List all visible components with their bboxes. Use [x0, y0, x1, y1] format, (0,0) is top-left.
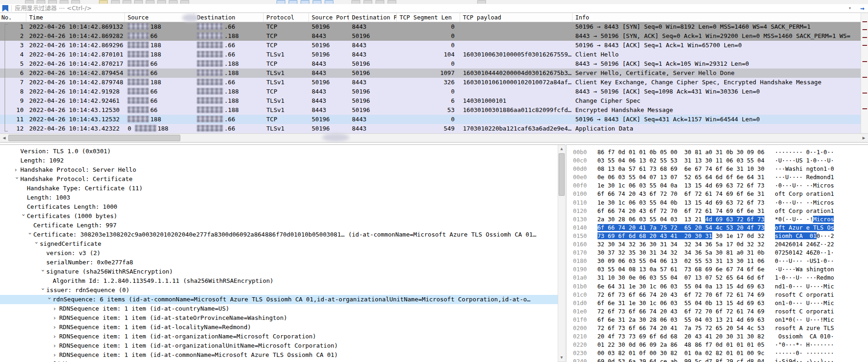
filter-bookmark-icon[interactable]: [2, 5, 8, 12]
tree-row[interactable]: ›RDNSequence item: 1 item (id-at-organiz…: [0, 332, 558, 341]
column-header-source-port[interactable]: Source Port: [309, 13, 349, 22]
toolbar-icon[interactable]: [313, 0, 321, 4]
tree-row[interactable]: ›Certificates (1000 bytes): [0, 212, 558, 221]
collapse-icon[interactable]: ›: [32, 241, 41, 246]
tree-row[interactable]: ›signedCertificate: [0, 239, 558, 249]
toolbar-icon[interactable]: [99, 0, 108, 4]
horizontal-scroll-thumb[interactable]: [8, 135, 180, 141]
packet-row[interactable]: 102022-04-26 10:14:43.1253066.188TLSv184…: [0, 106, 868, 115]
tree-row[interactable]: ›Certificate: 308203e1308202c9a003020102…: [0, 230, 558, 239]
column-header-destination-port[interactable]: Destination Port: [349, 13, 397, 22]
toolbar-icon[interactable]: [111, 0, 120, 4]
toolbar-icon[interactable]: [376, 0, 384, 4]
column-header-time[interactable]: Time: [26, 13, 125, 22]
toolbar-icon[interactable]: [180, 0, 189, 4]
toolbar-icon[interactable]: [157, 0, 166, 4]
tree-row[interactable]: ›RDNSequence item: 1 item (id-at-commonN…: [0, 350, 558, 360]
column-header-no[interactable]: No.: [0, 13, 26, 22]
hex-row[interactable]: 01f0 6f 6e 31 2a 30 28 06 03 55 04 03 13…: [566, 316, 868, 324]
toolbar-icon[interactable]: [277, 0, 285, 4]
hex-row[interactable]: 00d0 08 13 0a 57 61 73 68 69 6e 67 74 6f…: [566, 165, 868, 173]
packet-row[interactable]: 72022-04-26 10:14:42.879748188.66TLSv150…: [0, 78, 868, 87]
tree-row[interactable]: ›validity: [0, 360, 558, 362]
expand-icon[interactable]: ›: [53, 332, 58, 341]
detail-scroll-thumb[interactable]: [559, 153, 565, 196]
hex-row[interactable]: 0180 30 09 06 03 55 04 06 13 02 55 53 31…: [566, 257, 868, 265]
tree-row[interactable]: ›issuer: rdnSequence (0): [0, 286, 558, 295]
expand-icon[interactable]: ›: [53, 341, 58, 350]
toolbar-icon[interactable]: [289, 0, 297, 4]
hex-row[interactable]: 0130 2a 30 28 06 03 55 04 03 13 21 4d 69…: [566, 215, 868, 224]
hex-row[interactable]: 0190 03 55 04 08 13 0a 57 61 73 68 69 6e…: [566, 265, 868, 274]
toolbar-icon[interactable]: [48, 0, 57, 4]
collapse-icon[interactable]: ›: [25, 231, 35, 237]
toolbar-icon[interactable]: [169, 0, 178, 4]
hex-row[interactable]: 0150 73 69 6f 6d 68 20 43 41 20 30 31 30…: [566, 232, 868, 240]
hex-row[interactable]: 0230 00 03 82 01 0f 00 30 82 01 0a 02 82…: [566, 349, 868, 357]
display-filter-input[interactable]: 应用显示过滤器 ⋯ <Ctrl-/>: [15, 4, 819, 12]
column-header-info[interactable]: Info: [573, 13, 868, 22]
packet-row[interactable]: 32022-04-26 10:14:42.869296188.66TCP5019…: [0, 41, 868, 50]
hex-row[interactable]: 0160 32 30 34 32 36 30 31 34 32 34 36 5a…: [566, 240, 868, 249]
expand-icon[interactable]: ›: [53, 323, 58, 332]
packet-row[interactable]: 92022-04-26 10:14:42.9246166.188TLSv1844…: [0, 96, 868, 106]
column-header-tcp-segment-len[interactable]: TCP Segment Len: [397, 13, 460, 22]
tree-row[interactable]: Certificates Length: 1000: [0, 202, 558, 212]
collapse-icon[interactable]: ›: [38, 287, 48, 293]
filter-dropdown-caret-icon[interactable]: ▾: [848, 5, 851, 12]
packet-row[interactable]: 122022-04-26 10:14:43.423220 188.66TLSv1…: [0, 124, 868, 133]
packet-row[interactable]: 52022-04-26 10:14:42.87021766.188TCP8443…: [0, 59, 868, 69]
hex-row[interactable]: 00e0 0e 06 03 55 04 07 13 07 52 65 64 6d…: [566, 173, 868, 181]
toolbar-icon[interactable]: [25, 0, 34, 4]
hex-row[interactable]: 0210 20 4f 73 73 69 6f 6d 68 20 43 41 20…: [566, 332, 868, 341]
tree-row[interactable]: serialNumber: 0x0e277fa8: [0, 258, 558, 267]
column-header-tcp-payload[interactable]: TCP payload: [460, 13, 573, 22]
expand-icon[interactable]: ›: [53, 313, 58, 323]
expand-icon[interactable]: ›: [14, 165, 19, 175]
hex-row[interactable]: 0240 69 0d 53 6a 39 64 ce ab 99 5c d7 8f…: [566, 357, 868, 362]
packet-row[interactable]: 22022-04-26 10:14:42.86928266.188TCP8443…: [0, 31, 868, 41]
tree-row[interactable]: ›RDNSequence item: 1 item (id-at-localit…: [0, 323, 558, 332]
collapse-icon[interactable]: ›: [45, 296, 54, 302]
tree-row[interactable]: ›RDNSequence item: 1 item (id-at-organiz…: [0, 341, 558, 350]
toolbar-icon[interactable]: [477, 0, 486, 4]
hex-row[interactable]: 0200 72 6f 73 6f 66 74 20 41 7a 75 72 65…: [566, 324, 868, 332]
tree-row[interactable]: ›Handshake Protocol: Certificate: [0, 175, 558, 184]
tree-row[interactable]: Certificate Length: 997: [0, 221, 558, 230]
collapse-icon[interactable]: ›: [19, 213, 28, 218]
tree-row[interactable]: Length: 1092: [0, 156, 558, 165]
toolbar-icon[interactable]: [37, 0, 45, 4]
hex-row[interactable]: 0110 1e 30 1c 06 03 55 04 0b 13 15 4d 69…: [566, 199, 868, 207]
tree-row[interactable]: ›signature (sha256WithRSAEncryption): [0, 267, 558, 276]
column-header-destination[interactable]: Destination: [194, 13, 264, 22]
packet-list-vertical-scrollbar[interactable]: [861, 13, 868, 133]
packet-row[interactable]: 112022-04-26 10:14:43.12532188.66TCP5019…: [0, 115, 868, 124]
packet-row[interactable]: 42022-04-26 10:14:42.870101188.66TLSv150…: [0, 50, 868, 59]
tree-row[interactable]: ›Handshake Protocol: Server Hello: [0, 165, 558, 175]
hex-row[interactable]: 01b0 6e 64 31 1e 30 1c 06 03 55 04 0a 13…: [566, 282, 868, 291]
toolbar-icon[interactable]: [388, 0, 396, 4]
packet-row[interactable]: 82022-04-26 10:14:42.9192866.188TCP84435…: [0, 87, 868, 96]
hex-row[interactable]: 0220 01 22 30 0d 06 09 2a 86 48 86 f7 0d…: [566, 341, 868, 349]
scroll-up-arrow-icon[interactable]: ▲: [558, 145, 565, 152]
tree-row[interactable]: version: v3 (2): [0, 249, 558, 258]
tree-row[interactable]: Version: TLS 1.0 (0x0301): [0, 147, 558, 156]
tree-row[interactable]: Algorithm Id: 1.2.840.113549.1.1.11 (sha…: [0, 276, 558, 286]
hex-row[interactable]: 01a0 31 10 30 0e 06 03 55 04 07 13 07 52…: [566, 274, 868, 282]
filter-apply-arrow-icon[interactable]: →: [860, 4, 864, 12]
tree-row[interactable]: ›RDNSequence item: 1 item (id-at-country…: [0, 304, 558, 313]
toolbar-icon[interactable]: [60, 0, 68, 4]
tree-row[interactable]: Handshake Type: Certificate (11): [0, 184, 558, 193]
hex-row[interactable]: 00c0 03 55 04 06 13 02 55 53 31 13 30 11…: [566, 156, 868, 165]
toolbar-icon[interactable]: [363, 0, 372, 4]
packet-list-horizontal-scrollbar[interactable]: ◀ ▶: [0, 133, 868, 143]
toolbar-icon[interactable]: [71, 0, 80, 4]
hex-row[interactable]: 0100 6f 66 74 20 43 6f 72 70 6f 72 61 74…: [566, 190, 868, 198]
hex-row[interactable]: 0170 30 37 32 35 30 31 34 32 34 36 5a 30…: [566, 249, 868, 257]
detail-pane-vertical-scrollbar[interactable]: ▲ ▼: [558, 144, 566, 362]
hex-row[interactable]: 0120 6f 66 74 20 43 6f 72 70 6f 72 61 74…: [566, 207, 868, 215]
toolbar-icon[interactable]: [325, 0, 333, 4]
scroll-down-arrow-icon[interactable]: ▼: [558, 354, 565, 361]
tree-row[interactable]: ›rdnSequence: 6 items (id-at-commonName=…: [0, 295, 558, 304]
toolbar-icon[interactable]: [123, 0, 131, 4]
